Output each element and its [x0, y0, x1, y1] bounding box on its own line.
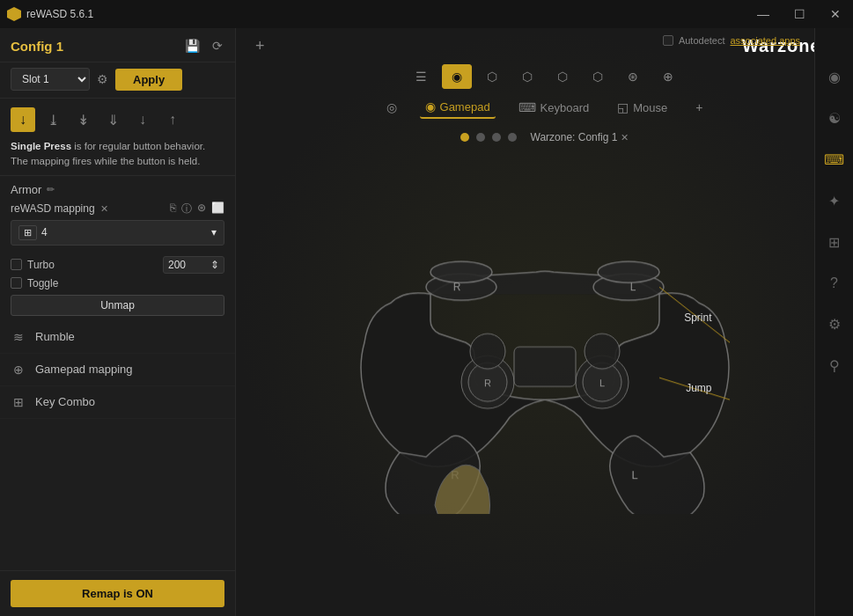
turbo-checkbox-row: Turbo	[11, 259, 55, 271]
more-mapping-icon[interactable]: ⬜	[211, 202, 224, 216]
pagination-dot-1[interactable]	[460, 133, 469, 142]
mapping-close-icon[interactable]: ✕	[100, 203, 108, 215]
single-press-icon[interactable]: ↓	[11, 107, 35, 132]
nav-tabs: ◎ ◉ Gamepad ⌨ Keyboard ◱ Mouse +	[236, 92, 853, 124]
add-config-button[interactable]: +	[250, 35, 270, 57]
toggle-checkbox[interactable]	[11, 277, 22, 289]
tool-slot2[interactable]: ⬡	[512, 64, 542, 89]
apply-button[interactable]: Apply	[115, 69, 182, 91]
minimize-button[interactable]: —	[752, 5, 775, 23]
autodetect-checkbox[interactable]	[663, 35, 673, 46]
gamepad-tab-label: Gamepad	[440, 100, 490, 114]
right-icon-question[interactable]: ?	[825, 270, 843, 297]
turbo-checkbox[interactable]	[11, 259, 22, 270]
pagination-dot-3[interactable]	[492, 133, 501, 142]
turbo-value: 200	[168, 259, 186, 271]
config-name: Config 1	[11, 39, 63, 54]
press-type-3[interactable]: ↡	[70, 107, 95, 132]
right-icon-layers[interactable]: ⊞	[823, 229, 845, 256]
press-type-description: Single Press is for regular button behav…	[11, 139, 224, 170]
press-type-5[interactable]: ↓	[130, 107, 155, 132]
rumble-icon: ≋	[11, 330, 26, 344]
right-icon-keyboard[interactable]: ⌨	[819, 146, 849, 173]
right-icons-panel: ◉ ☯ ⌨ ✦ ⊞ ? ⚙ ⚲	[814, 28, 853, 616]
share-config-button[interactable]: ⟳	[210, 37, 224, 55]
sidebar: Config 1 💾 ⟳ Slot 1 ⚙ Apply ↓ ⤓ ↡ ⇓ ↓ ↑	[0, 28, 236, 616]
sidebar-item-key-combo[interactable]: ⊞ Key Combo	[0, 386, 235, 419]
copy-mapping-icon[interactable]: ⎘	[170, 202, 176, 216]
sidebar-header: Config 1 💾 ⟳	[0, 28, 235, 62]
app-title: reWASD 5.6.1	[26, 8, 93, 20]
info-mapping-icon[interactable]: ⓘ	[181, 202, 192, 216]
close-button[interactable]: ✕	[825, 5, 846, 23]
slot-settings-icon[interactable]: ⚙	[97, 72, 108, 86]
save-config-button[interactable]: 💾	[183, 37, 202, 55]
view-tab-icon: ◎	[386, 100, 397, 114]
mapping-section: ↓ ⤓ ↡ ⇓ ↓ ↑ Single Press is for regular …	[0, 99, 235, 176]
pagination-dot-4[interactable]	[508, 133, 517, 142]
tool-xbox[interactable]: ⊛	[618, 64, 648, 89]
slot-select[interactable]: Slot 1	[11, 68, 90, 91]
tool-slot3[interactable]: ⬡	[548, 64, 577, 89]
add-tab-icon: +	[695, 100, 702, 114]
unmap-button[interactable]: Unmap	[11, 295, 224, 316]
press-type-6[interactable]: ↑	[160, 107, 185, 132]
turbo-spinner[interactable]: 200 ⇕	[163, 256, 224, 274]
header-icons: 💾 ⟳	[183, 37, 224, 55]
edit-label-icon[interactable]: ✏	[47, 184, 55, 195]
associated-apps-link[interactable]: associated apps	[731, 35, 801, 46]
sprint-label: Sprint	[684, 312, 711, 324]
mapping-select-row: ⊞ 4 ▾	[11, 220, 224, 246]
pagination-dot-2[interactable]	[476, 133, 485, 142]
gamepad-tab-icon: ◉	[425, 99, 436, 114]
tab-add[interactable]: +	[690, 97, 708, 118]
mapping-select[interactable]: ⊞ 4 ▾	[11, 220, 224, 246]
tool-list[interactable]: ☰	[407, 64, 437, 89]
right-icon-person[interactable]: ☯	[823, 105, 846, 132]
svg-point-2	[430, 261, 492, 282]
remap-button[interactable]: Remap is ON	[11, 580, 224, 607]
controller-svg: R L R L R L	[325, 215, 765, 514]
config-tab-close-icon[interactable]: ✕	[621, 132, 629, 143]
right-icon-settings[interactable]: ⚙	[823, 311, 846, 338]
options-section: Turbo 200 ⇕ Toggle	[0, 251, 235, 293]
tool-slot4[interactable]: ⬡	[583, 64, 613, 89]
press-type-4[interactable]: ⇓	[100, 107, 125, 132]
pagination-bar: Warzone: Config 1 ✕	[236, 124, 853, 150]
turbo-spinner-arrows: ⇕	[210, 259, 219, 271]
controller-wrapper: R L R L R L	[325, 215, 765, 514]
tool-slot1[interactable]: ⬡	[477, 64, 507, 89]
tab-view[interactable]: ◎	[381, 97, 402, 118]
mapping-action-icons: ⎘ ⓘ ⊛ ⬜	[170, 202, 224, 216]
right-icon-gamepad[interactable]: ◉	[823, 63, 846, 91]
mapping-value: 4	[41, 226, 48, 238]
toggle-checkbox-row: Toggle	[11, 277, 224, 290]
gamepad-mapping-label: Gamepad mapping	[35, 363, 133, 376]
sidebar-item-rumble[interactable]: ≋ Rumble	[0, 321, 235, 354]
svg-rect-8	[514, 347, 576, 386]
titlebar-controls: — ☐ ✕	[752, 5, 846, 23]
maximize-button[interactable]: ☐	[789, 5, 811, 23]
sidebar-item-gamepad-mapping[interactable]: ⊕ Gamepad mapping	[0, 354, 235, 386]
tab-keyboard[interactable]: ⌨ Keyboard	[513, 97, 595, 118]
tab-mouse[interactable]: ◱ Mouse	[612, 97, 673, 118]
tool-gamepad[interactable]: ◉	[442, 64, 472, 89]
xbox-mapping-icon[interactable]: ⊛	[197, 202, 206, 216]
app-container: Config 1 💾 ⟳ Slot 1 ⚙ Apply ↓ ⤓ ↡ ⇓ ↓ ↑	[0, 28, 853, 616]
config-tab[interactable]: Warzone: Config 1 ✕	[531, 131, 629, 143]
right-icon-star[interactable]: ✦	[823, 187, 845, 215]
tab-gamepad[interactable]: ◉ Gamepad	[420, 96, 496, 119]
svg-text:L: L	[599, 378, 604, 388]
autodetect-label: Autodetect	[679, 35, 725, 46]
svg-point-3	[598, 261, 659, 282]
svg-text:R: R	[452, 281, 460, 293]
press-type-2[interactable]: ⤓	[40, 107, 65, 132]
tool-link[interactable]: ⊕	[653, 64, 683, 89]
right-icon-search[interactable]: ⚲	[824, 352, 845, 379]
turbo-row: Turbo 200 ⇕	[11, 256, 224, 274]
press-type-icons: ↓ ⤓ ↡ ⇓ ↓ ↑	[11, 107, 224, 132]
num-badge: ⊞	[18, 225, 37, 240]
keyboard-tab-icon: ⌨	[518, 100, 536, 114]
svg-point-10	[585, 334, 620, 369]
mouse-tab-label: Mouse	[633, 101, 667, 114]
